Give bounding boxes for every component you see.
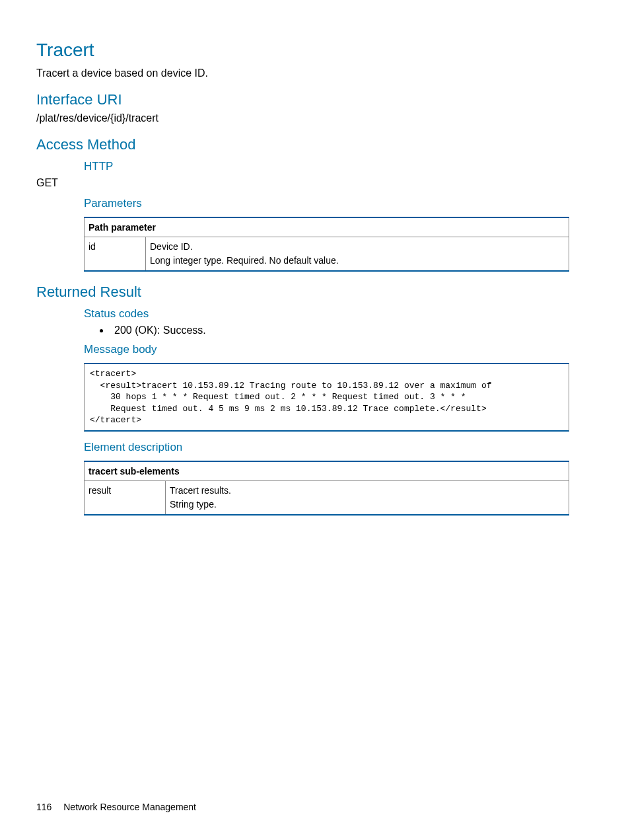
table-row: result Tracert results. String type. (85, 480, 569, 515)
page-footer: 116 Network Resource Management (36, 802, 196, 812)
page-title: Tracert (36, 40, 571, 61)
element-table: tracert sub-elements result Tracert resu… (84, 461, 569, 515)
intro-text: Tracert a device based on device ID. (36, 67, 571, 79)
parameters-table: Path parameter id Device ID. Long intege… (84, 217, 569, 272)
status-item: 200 (OK): Success. (110, 325, 571, 336)
param-name: id (85, 237, 146, 272)
http-method-value: GET (36, 177, 571, 189)
element-table-header: tracert sub-elements (85, 461, 569, 481)
heading-element-description: Element description (84, 441, 571, 454)
param-desc: Device ID. Long integer type. Required. … (146, 237, 569, 272)
heading-message-body: Message body (84, 343, 571, 356)
page-number: 116 (36, 802, 52, 812)
interface-uri-value: /plat/res/device/{id}/tracert (36, 112, 571, 124)
page-container: Tracert Tracert a device based on device… (0, 0, 630, 840)
heading-parameters: Parameters (84, 197, 571, 210)
heading-interface-uri: Interface URI (36, 91, 571, 108)
element-name: result (85, 480, 166, 515)
parameters-table-header: Path parameter (85, 217, 569, 237)
heading-returned-result: Returned Result (36, 284, 571, 301)
status-list: 200 (OK): Success. (36, 325, 571, 336)
message-body-code: <tracert> <result>tracert 10.153.89.12 T… (84, 363, 569, 432)
heading-status-codes: Status codes (84, 307, 571, 321)
element-desc: Tracert results. String type. (166, 480, 569, 515)
table-row: id Device ID. Long integer type. Require… (85, 237, 569, 272)
footer-section: Network Resource Management (63, 802, 196, 812)
heading-http: HTTP (84, 160, 571, 173)
heading-access-method: Access Method (36, 136, 571, 153)
